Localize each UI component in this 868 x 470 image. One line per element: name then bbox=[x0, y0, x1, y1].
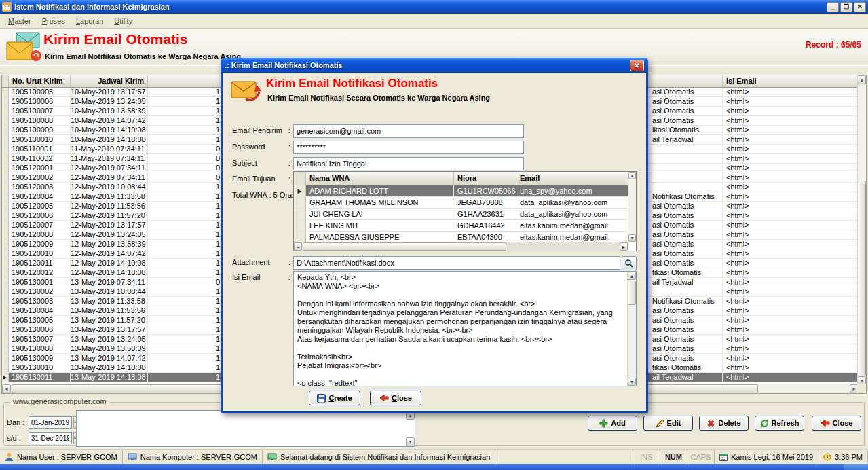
add-button[interactable]: Add bbox=[588, 416, 637, 431]
row-selector bbox=[2, 363, 9, 372]
attachment-input[interactable] bbox=[293, 256, 620, 270]
notes-textbox[interactable]: ▲ ▼ bbox=[76, 410, 415, 447]
cell-no-urut: 1905130005 bbox=[9, 316, 71, 325]
cell-status: asi Otomatis bbox=[652, 240, 721, 249]
cell-fragment: 1 bbox=[148, 335, 220, 344]
row-selector bbox=[2, 183, 9, 192]
menu-master[interactable]: Master bbox=[3, 15, 37, 27]
wna-row[interactable]: GRAHAM THOMAS MILLINSONJEGAB70808data_ap… bbox=[294, 197, 628, 209]
status-user-text: Nama User : SERVER-GCOM bbox=[17, 453, 117, 461]
create-button-label: Create bbox=[328, 394, 352, 402]
cell-no-urut: 1905130008 bbox=[9, 344, 71, 353]
date-from-input[interactable] bbox=[29, 416, 72, 429]
dialog-header-title: Kirim Email Notifikasi Otomatis bbox=[266, 77, 438, 90]
cell-fragment: 0 bbox=[148, 278, 220, 287]
taskbar[interactable] bbox=[0, 464, 868, 470]
delete-button[interactable]: Delete bbox=[699, 416, 749, 431]
scroll-down-icon[interactable]: ▼ bbox=[628, 234, 636, 242]
menu-proses[interactable]: Proses bbox=[37, 15, 71, 27]
close-button-bottom[interactable]: Close bbox=[812, 416, 861, 431]
scroll-up-icon[interactable]: ▲ bbox=[858, 75, 866, 84]
cell-status: ikasi Otomatis bbox=[652, 126, 721, 134]
cell-isi-email: <html> bbox=[722, 363, 858, 372]
isi-email-textarea[interactable]: Kepada Yth, <br> <NAMA WNA> <br><br> Den… bbox=[294, 272, 627, 386]
cell-status: fikasi Otomatis bbox=[652, 363, 721, 372]
cell-status: asi Otomatis bbox=[652, 335, 721, 344]
wna-row[interactable]: LEE KING MUGDHAA16442eitas.kanim.medan@g… bbox=[294, 220, 628, 232]
cell-no-urut: 1905100010 bbox=[9, 135, 71, 144]
monitor-icon bbox=[267, 453, 277, 461]
scroll-up-icon[interactable]: ▲ bbox=[628, 172, 636, 179]
column-header-isi-email[interactable]: Isi Email bbox=[722, 75, 858, 87]
minimize-button[interactable]: _ bbox=[827, 2, 839, 12]
cell-fragment: 1 bbox=[148, 202, 220, 211]
wna-row[interactable]: JUI CHENG LAIG1HAA23631data_aplikasi@yah… bbox=[294, 209, 628, 220]
cell-isi-email: <html> bbox=[722, 268, 858, 277]
date-to-label: s/d : bbox=[7, 434, 27, 442]
dialog-titlebar: .: Kirim Email Notifikasi Otomatis ✕ bbox=[221, 58, 648, 73]
wna-column-niora[interactable]: Niora bbox=[454, 172, 516, 185]
status-num: NUM bbox=[660, 450, 687, 464]
cell-email: una_spy@yahoo.com bbox=[516, 185, 628, 196]
wna-grid-hscrollbar[interactable]: ◄ ► bbox=[294, 242, 628, 251]
row-selector bbox=[2, 268, 9, 277]
isi-scroll-thumb[interactable] bbox=[628, 281, 636, 305]
cell-nama-wna: PALMADESSA GIUSEPPE bbox=[306, 232, 454, 242]
menu-utility[interactable]: Utility bbox=[109, 15, 138, 27]
main-grid-vscrollbar[interactable]: ▲ ▼ bbox=[857, 75, 866, 385]
scroll-down-icon[interactable]: ▼ bbox=[406, 437, 415, 446]
cell-jadwal: 13-May-2019 14:18:08 bbox=[71, 373, 148, 382]
cell-status: asi Otomatis bbox=[652, 316, 721, 325]
vscroll-thumb[interactable] bbox=[858, 181, 866, 376]
cell-status: asi Otomatis bbox=[652, 88, 721, 96]
save-disk-icon bbox=[317, 394, 326, 403]
delete-button-label: Delete bbox=[718, 419, 740, 427]
cell-no-urut: 1905120005 bbox=[9, 202, 71, 211]
wna-grid-header: Nama WNA Niora Email bbox=[294, 172, 628, 185]
scroll-up-icon[interactable]: ▲ bbox=[628, 272, 636, 280]
cell-fragment: 1 bbox=[148, 249, 220, 258]
scroll-down-icon[interactable]: ▼ bbox=[628, 378, 636, 386]
wna-grid-body: ▶ADAM RICHARD LOTTG1U1RCW05066una_spy@ya… bbox=[294, 185, 628, 243]
isi-email-scrollbar[interactable]: ▲ ▼ bbox=[627, 272, 636, 386]
cell-jadwal: 11-May-2019 07:34:11 bbox=[71, 145, 148, 153]
cell-isi-email: <html> bbox=[722, 249, 858, 258]
mail-stack-icon bbox=[5, 31, 42, 62]
password-input[interactable] bbox=[293, 141, 524, 154]
refresh-button[interactable]: Refresh bbox=[755, 416, 804, 431]
cell-status: asi Otomatis bbox=[652, 325, 721, 334]
scroll-left-icon[interactable]: ◄ bbox=[2, 384, 11, 393]
email-pengirim-input[interactable] bbox=[293, 124, 524, 138]
restore-button[interactable]: ❐ bbox=[840, 2, 852, 12]
create-button[interactable]: Create bbox=[309, 391, 360, 405]
scroll-left-icon[interactable]: ◄ bbox=[294, 242, 302, 251]
dialog-close-button-bottom[interactable]: Close bbox=[370, 391, 421, 405]
cell-isi-email: <html> bbox=[722, 325, 858, 334]
cell-jadwal: 12-May-2019 10:08:44 bbox=[71, 183, 148, 192]
cell-status: ail Terjadwal bbox=[652, 278, 721, 287]
wna-hscroll-thumb[interactable] bbox=[303, 242, 506, 251]
isi-email-wrap: Kepada Yth, <br> <NAMA WNA> <br><br> Den… bbox=[293, 271, 637, 386]
cell-status: Notifikasi Otomatis bbox=[652, 192, 721, 201]
date-to-input[interactable] bbox=[29, 432, 72, 444]
browse-attachment-button[interactable] bbox=[622, 256, 637, 270]
wna-column-email[interactable]: Email bbox=[516, 172, 628, 185]
dialog-close-button-label: Close bbox=[392, 394, 412, 402]
scroll-right-icon[interactable]: ► bbox=[620, 242, 628, 251]
cell-status: asi Otomatis bbox=[652, 354, 721, 363]
wna-row[interactable]: ▶ADAM RICHARD LOTTG1U1RCW05066una_spy@ya… bbox=[294, 185, 628, 197]
menu-laporan[interactable]: Laporan bbox=[71, 15, 109, 27]
cell-niora: GDHAA16442 bbox=[454, 220, 516, 231]
cell-fragment: 1 bbox=[148, 192, 220, 201]
row-selector bbox=[2, 145, 9, 153]
column-header-jadwal-kirim[interactable]: Jadwal Kirim bbox=[71, 75, 148, 87]
cell-jadwal: 12-May-2019 14:07:42 bbox=[71, 249, 148, 258]
subject-input[interactable] bbox=[293, 157, 524, 170]
wna-grid-vscrollbar[interactable]: ▲ ▼ bbox=[628, 172, 636, 242]
dialog-close-button[interactable]: ✕ bbox=[630, 60, 644, 71]
column-header-no-urut-kirim[interactable]: No. Urut Kirim bbox=[9, 75, 71, 87]
row-selector bbox=[2, 202, 9, 211]
close-button[interactable]: ✕ bbox=[854, 2, 866, 12]
edit-button[interactable]: Edit bbox=[643, 416, 693, 431]
wna-column-nama[interactable]: Nama WNA bbox=[306, 172, 454, 185]
